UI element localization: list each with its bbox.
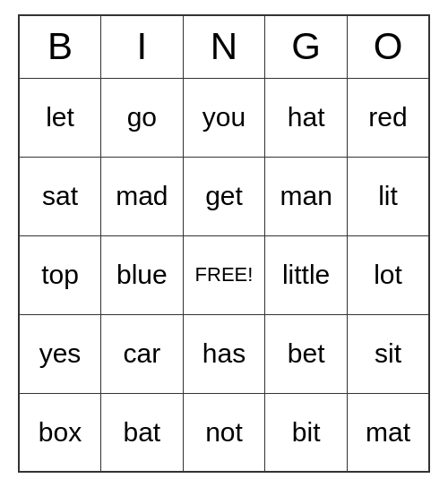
table-row: boxbatnotbitmat [19, 393, 429, 472]
cell-0-2: you [183, 78, 265, 157]
cell-3-0: yes [19, 314, 101, 393]
header-g: G [265, 15, 348, 78]
cell-3-1: car [101, 314, 184, 393]
table-row: letgoyouhatred [19, 78, 429, 157]
cell-4-0: box [19, 393, 101, 472]
cell-4-1: bat [101, 393, 184, 472]
bingo-card: B I N G O letgoyouhatredsatmadgetmanlitt… [18, 14, 430, 473]
header-n: N [183, 15, 265, 78]
cell-1-1: mad [101, 157, 184, 235]
header-o: O [347, 15, 429, 78]
cell-3-2: has [183, 314, 265, 393]
cell-2-2: FREE! [183, 235, 265, 314]
header-row: B I N G O [19, 15, 429, 78]
header-i: I [101, 15, 184, 78]
bingo-body: letgoyouhatredsatmadgetmanlittopblueFREE… [19, 78, 429, 472]
table-row: satmadgetmanlit [19, 157, 429, 235]
cell-3-4: sit [347, 314, 429, 393]
cell-1-3: man [265, 157, 348, 235]
cell-2-3: little [265, 235, 348, 314]
table-row: yescarhasbetsit [19, 314, 429, 393]
cell-0-0: let [19, 78, 101, 157]
cell-4-4: mat [347, 393, 429, 472]
cell-1-4: lit [347, 157, 429, 235]
cell-0-4: red [347, 78, 429, 157]
cell-2-0: top [19, 235, 101, 314]
cell-1-0: sat [19, 157, 101, 235]
cell-0-1: go [101, 78, 184, 157]
header-b: B [19, 15, 101, 78]
cell-1-2: get [183, 157, 265, 235]
cell-3-3: bet [265, 314, 348, 393]
cell-2-1: blue [101, 235, 184, 314]
cell-4-2: not [183, 393, 265, 472]
cell-2-4: lot [347, 235, 429, 314]
cell-4-3: bit [265, 393, 348, 472]
table-row: topblueFREE!littlelot [19, 235, 429, 314]
cell-0-3: hat [265, 78, 348, 157]
